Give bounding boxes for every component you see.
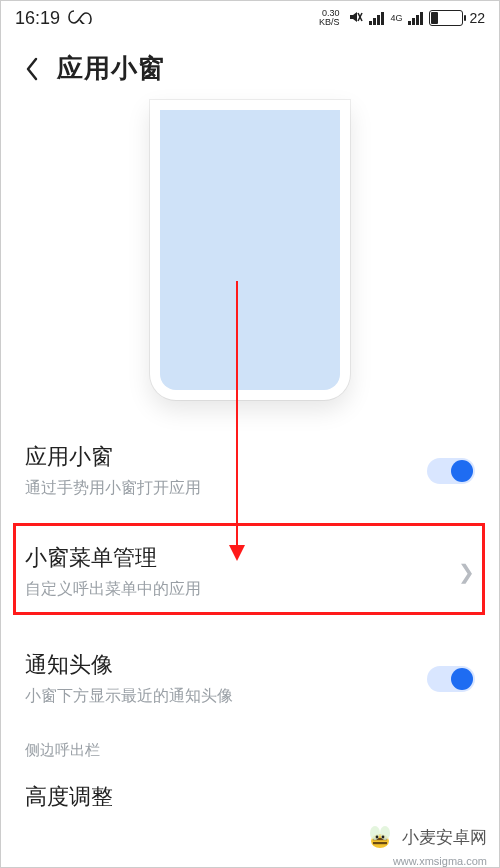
page-title: 应用小窗	[57, 51, 165, 86]
svg-point-7	[380, 826, 390, 840]
svg-rect-5	[373, 842, 387, 844]
row-title: 应用小窗	[25, 442, 201, 472]
net-rate: 0.30 KB/S	[319, 9, 340, 27]
row-title: 通知头像	[25, 650, 233, 680]
svg-point-6	[370, 826, 380, 840]
svg-point-8	[376, 836, 379, 839]
toggle-app-window[interactable]	[427, 458, 475, 484]
watermark-brand: 小麦安卓网	[402, 826, 487, 849]
phone-screen	[160, 110, 340, 390]
net-type: 4G	[390, 14, 402, 23]
watermark-url: www.xmsigma.com	[393, 855, 487, 867]
watermark: 小麦安卓网	[364, 821, 487, 853]
infinity-icon	[68, 8, 94, 29]
phone-mockup	[150, 100, 350, 400]
back-button[interactable]	[21, 58, 43, 80]
row-subtitle: 通过手势用小窗打开应用	[25, 478, 201, 499]
mute-icon	[349, 10, 363, 27]
row-subtitle: 小窗下方显示最近的通知头像	[25, 686, 233, 707]
row-app-window[interactable]: 应用小窗 通过手势用小窗打开应用	[25, 420, 475, 505]
settings-section: 应用小窗 通过手势用小窗打开应用 小窗菜单管理 自定义呼出菜单中的应用 ❯ 通知…	[1, 420, 499, 713]
page-header: 应用小窗	[1, 33, 499, 100]
screen: 16:19 0.30 KB/S 4G 22 应用小窗	[0, 0, 500, 868]
row-notification-avatar[interactable]: 通知头像 小窗下方显示最近的通知头像	[25, 628, 475, 713]
category-side-bar: 侧边呼出栏	[1, 713, 499, 760]
row-subtitle: 自定义呼出菜单中的应用	[25, 579, 201, 600]
svg-point-9	[382, 836, 385, 839]
toggle-notification-avatar[interactable]	[427, 666, 475, 692]
battery-pct: 22	[469, 10, 485, 26]
signal-bars-1	[369, 12, 384, 25]
chevron-right-icon: ❯	[458, 560, 475, 584]
status-bar: 16:19 0.30 KB/S 4G 22	[1, 1, 499, 33]
status-time: 16:19	[15, 8, 60, 29]
row-height-adjust[interactable]: 高度调整	[1, 760, 499, 812]
illustration	[1, 100, 499, 400]
row-title: 小窗菜单管理	[25, 543, 201, 573]
row-menu-management[interactable]: 小窗菜单管理 自定义呼出菜单中的应用 ❯	[25, 521, 475, 606]
battery-icon	[429, 10, 463, 26]
chevron-left-icon	[24, 57, 40, 81]
bee-icon	[364, 821, 396, 853]
signal-bars-2	[408, 12, 423, 25]
